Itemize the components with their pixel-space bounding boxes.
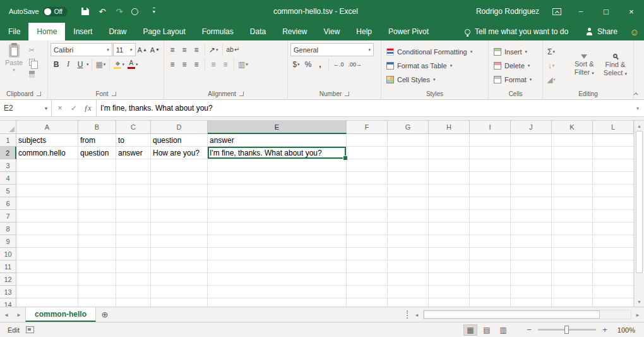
cell-J2[interactable] (511, 147, 552, 159)
cell-C6[interactable] (116, 197, 151, 210)
cell-B4[interactable] (78, 172, 116, 185)
column-header-L[interactable]: L (593, 121, 634, 134)
cell-F8[interactable] (347, 223, 388, 235)
cell-G14[interactable] (388, 298, 429, 307)
cell-F14[interactable] (347, 298, 388, 307)
cell-D11[interactable] (151, 260, 208, 273)
tab-data[interactable]: Data (242, 23, 274, 40)
tab-view[interactable]: View (316, 23, 349, 40)
column-header-I[interactable]: I (470, 121, 511, 134)
cell-A4[interactable] (16, 172, 78, 185)
font-size-combo[interactable]: 11▾ (113, 43, 136, 56)
cell-E9[interactable] (208, 235, 347, 248)
autosave-toggle[interactable]: AutoSave Off (0, 7, 74, 16)
cell-H4[interactable] (429, 172, 470, 185)
cell-A3[interactable] (16, 159, 78, 172)
name-box[interactable]: E2 ▾ (0, 100, 52, 116)
cell-H5[interactable] (429, 185, 470, 197)
cell-F11[interactable] (347, 260, 388, 273)
cell-F9[interactable] (347, 235, 388, 248)
cell-F12[interactable] (347, 273, 388, 286)
cell-E3[interactable] (208, 159, 347, 172)
cell-H2[interactable] (429, 147, 470, 159)
tab-file[interactable]: File (0, 23, 28, 40)
cell-I5[interactable] (470, 185, 511, 197)
cell-J13[interactable] (511, 286, 552, 298)
dialog-launcher-icon[interactable] (112, 92, 116, 96)
cut-button[interactable]: ✂ (25, 45, 38, 55)
cell-L8[interactable] (593, 223, 634, 235)
delete-cells-button[interactable]: Delete ▾ (491, 59, 540, 73)
cell-G2[interactable] (388, 147, 429, 159)
cell-L9[interactable] (593, 235, 634, 248)
row-header-10[interactable]: 10 (0, 248, 16, 260)
cell-F2[interactable] (347, 147, 388, 159)
row-header-14[interactable]: 14 (0, 298, 16, 307)
cell-A2[interactable]: common.hello (16, 147, 78, 159)
cell-B6[interactable] (78, 197, 116, 210)
cell-B10[interactable] (78, 248, 116, 260)
cell-K6[interactable] (552, 197, 593, 210)
scroll-down-button[interactable]: ▼ (635, 297, 644, 307)
top-align-button[interactable]: ≡ (167, 44, 178, 56)
macro-record-button[interactable] (26, 326, 34, 333)
cell-E8[interactable] (208, 223, 347, 235)
cell-L5[interactable] (593, 185, 634, 197)
feedback-smiley-button[interactable]: ☺ (625, 23, 644, 40)
tab-review[interactable]: Review (274, 23, 315, 40)
cell-H12[interactable] (429, 273, 470, 286)
cell-F10[interactable] (347, 248, 388, 260)
tab-page-layout[interactable]: Page Layout (134, 23, 193, 40)
bottom-align-button[interactable]: ≡ (191, 44, 202, 56)
cell-G3[interactable] (388, 159, 429, 172)
cell-E14[interactable] (208, 298, 347, 307)
cell-E12[interactable] (208, 273, 347, 286)
cell-K11[interactable] (552, 260, 593, 273)
cell-K13[interactable] (552, 286, 593, 298)
autosave-pill[interactable]: Off (43, 7, 68, 16)
touch-mouse-mode-button[interactable]: ▾ (129, 3, 145, 20)
cell-I9[interactable] (470, 235, 511, 248)
wrap-text-button[interactable]: ab↵ (225, 44, 241, 56)
page-layout-view-button[interactable]: ▤ (480, 324, 494, 336)
cell-K3[interactable] (552, 159, 593, 172)
cell-A8[interactable] (16, 223, 78, 235)
cell-J4[interactable] (511, 172, 552, 185)
cell-H3[interactable] (429, 159, 470, 172)
cell-A12[interactable] (16, 273, 78, 286)
cell-I1[interactable] (470, 134, 511, 147)
align-left-button[interactable]: ≡ (167, 58, 178, 71)
cell-B11[interactable] (78, 260, 116, 273)
underline-button[interactable]: U (75, 58, 86, 71)
cell-D3[interactable] (151, 159, 208, 172)
cell-A6[interactable] (16, 197, 78, 210)
center-button[interactable]: ≡ (179, 58, 190, 71)
formula-input[interactable]: I'm fine, thanks. What about you? (97, 100, 631, 116)
paste-button[interactable]: Paste ▾ (3, 42, 25, 89)
scroll-right-button[interactable]: ▸ (633, 310, 643, 320)
copy-button[interactable] (25, 57, 38, 67)
cell-F13[interactable] (347, 286, 388, 298)
cell-F1[interactable] (347, 134, 388, 147)
horizontal-scrollbar-thumb[interactable] (424, 310, 600, 319)
vertical-scrollbar[interactable]: ▲ ▼ (634, 121, 644, 307)
cell-G13[interactable] (388, 286, 429, 298)
cell-K1[interactable] (552, 134, 593, 147)
cell-A11[interactable] (16, 260, 78, 273)
font-color-button[interactable]: A▾ (126, 58, 140, 71)
redo-button[interactable]: ↷ (112, 3, 127, 20)
cell-C11[interactable] (116, 260, 151, 273)
tab-formulas[interactable]: Formulas (194, 23, 242, 40)
sheet-tab-common-hello[interactable]: common-hello (25, 307, 96, 322)
dialog-launcher-icon[interactable] (37, 92, 41, 96)
normal-view-button[interactable]: ▦ (463, 324, 477, 336)
cell-D12[interactable] (151, 273, 208, 286)
cell-E6[interactable] (208, 197, 347, 210)
column-header-A[interactable]: A (16, 121, 78, 134)
column-header-E[interactable]: E (208, 121, 347, 134)
cell-F3[interactable] (347, 159, 388, 172)
zoom-slider[interactable] (538, 329, 596, 331)
cell-I2[interactable] (470, 147, 511, 159)
cell-E1[interactable]: answer (208, 134, 347, 147)
cell-A7[interactable] (16, 210, 78, 223)
